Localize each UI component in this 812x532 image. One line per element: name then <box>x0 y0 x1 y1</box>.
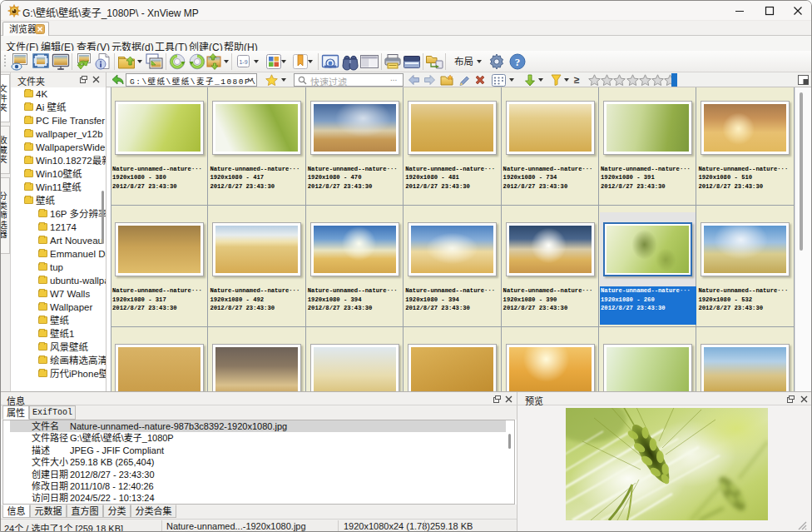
svg-text:?: ? <box>515 56 521 68</box>
svg-text:1-9: 1-9 <box>239 59 247 65</box>
